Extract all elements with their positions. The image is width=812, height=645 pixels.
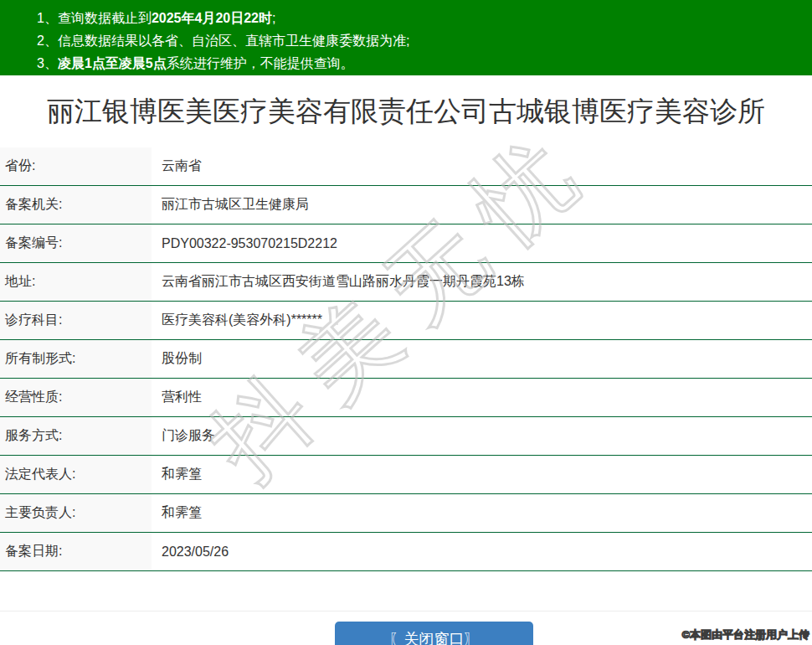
table-row-record-number: 备案编号: PDY00322-953070215D2212 (0, 224, 812, 263)
table-row-record-date: 备案日期: 2023/05/26 (0, 533, 812, 571)
row-value: 2023/05/26 (152, 533, 812, 570)
row-value: 医疗美容科(美容外科)****** (152, 302, 812, 339)
table-row-ownership-form: 所有制形式: 股份制 (0, 340, 812, 379)
notice-2-number: 2、 (37, 34, 58, 48)
row-value: 和霁篁 (152, 456, 812, 493)
notice-3-bold: 凌晨1点至凌晨5点 (58, 56, 167, 70)
row-value: PDY00322-953070215D2212 (152, 224, 812, 262)
row-value: 门诊服务 (152, 417, 812, 455)
row-value: 丽江市古城区卫生健康局 (152, 186, 812, 224)
table-row-operating-nature: 经营性质: 营利性 (0, 379, 812, 417)
row-value: 营利性 (152, 379, 812, 416)
page-title: 丽江银博医美医疗美容有限责任公司古城银博医疗美容诊所 (47, 93, 765, 131)
notice-2-text: 信息数据结果以各省、自治区、直辖市卫生健康委数据为准; (58, 34, 409, 48)
record-info-table: 省份: 云南省 备案机关: 丽江市古城区卫生健康局 备案编号: PDY00322… (0, 147, 812, 571)
table-row-address: 地址: 云南省丽江市古城区西安街道雪山路丽水丹霞一期丹霞苑13栋 (0, 263, 812, 302)
notice-1-tail: ; (272, 11, 275, 25)
row-label: 所有制形式: (0, 340, 152, 378)
table-row-principal-person: 主要负责人: 和霁篁 (0, 494, 812, 533)
row-label: 备案编号: (0, 224, 152, 262)
row-label: 省份: (0, 147, 152, 185)
table-row-province: 省份: 云南省 (0, 147, 812, 186)
notice-3-number: 3、 (37, 56, 58, 70)
upload-credit-watermark: ©本图由平台注册用户上传 (681, 627, 809, 642)
table-row-service-mode: 服务方式: 门诊服务 (0, 417, 812, 456)
row-label: 经营性质: (0, 379, 152, 416)
row-value: 云南省丽江市古城区西安街道雪山路丽水丹霞一期丹霞苑13栋 (152, 263, 812, 301)
table-row-legal-representative: 法定代表人: 和霁篁 (0, 456, 812, 494)
notice-1-bold: 2025年4月20日22时 (152, 11, 272, 25)
table-row-record-authority: 备案机关: 丽江市古城区卫生健康局 (0, 186, 812, 224)
notice-line-1: 1、查询数据截止到2025年4月20日22时; (37, 7, 804, 29)
title-wrap: 丽江银博医美医疗美容有限责任公司古城银博医疗美容诊所 (0, 75, 812, 147)
row-label: 主要负责人: (0, 494, 152, 532)
notice-line-2: 2、信息数据结果以各省、自治区、直辖市卫生健康委数据为准; (37, 29, 804, 52)
close-window-button[interactable]: 〖关闭窗口〗 (335, 622, 533, 645)
table-row-treatment-subjects: 诊疗科目: 医疗美容科(美容外科)****** (0, 302, 812, 340)
notice-3-tail: 系统进行维护，不能提供查询。 (167, 56, 354, 70)
notice-1-number: 1、 (37, 11, 58, 25)
row-label: 地址: (0, 263, 152, 301)
row-label: 备案机关: (0, 186, 152, 224)
notice-1-text: 查询数据截止到 (58, 11, 152, 25)
row-label: 备案日期: (0, 533, 152, 570)
notice-bar: 1、查询数据截止到2025年4月20日22时; 2、信息数据结果以各省、自治区、… (0, 0, 812, 75)
row-value: 和霁篁 (152, 494, 812, 532)
row-value: 股份制 (152, 340, 812, 378)
row-label: 诊疗科目: (0, 302, 152, 339)
notice-line-3: 3、凌晨1点至凌晨5点系统进行维护，不能提供查询。 (37, 52, 804, 75)
row-value: 云南省 (152, 147, 812, 185)
row-label: 服务方式: (0, 417, 152, 455)
row-label: 法定代表人: (0, 456, 152, 493)
footer-divider (0, 611, 812, 611)
